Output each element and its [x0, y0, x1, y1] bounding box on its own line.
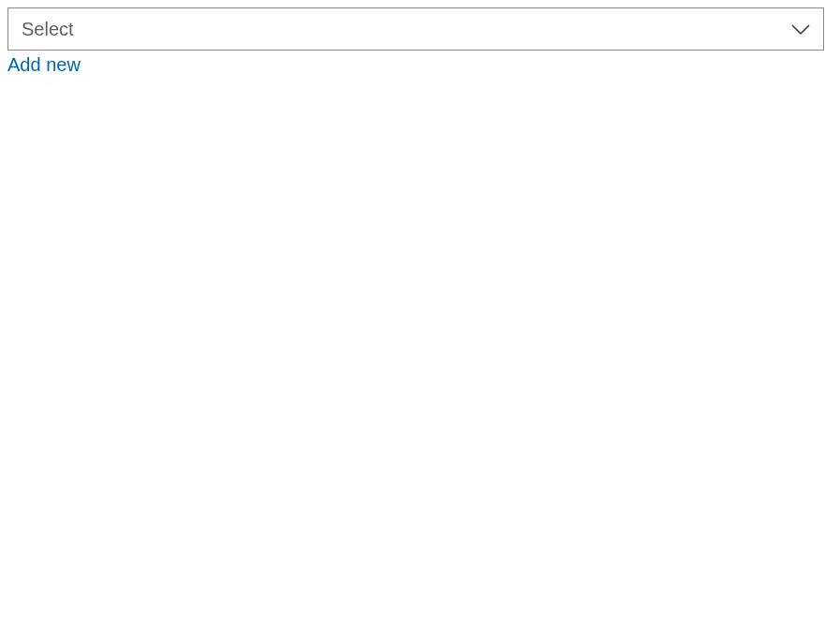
firewall-policy-select[interactable]: Select: [7, 7, 824, 51]
select-placeholder: Select: [22, 19, 74, 40]
chevron-down-icon: [791, 19, 810, 40]
add-new-link[interactable]: Add new: [7, 54, 81, 76]
